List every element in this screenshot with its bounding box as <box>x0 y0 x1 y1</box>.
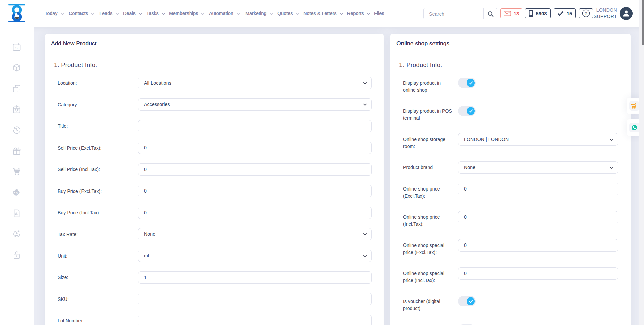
svg-text:12: 12 <box>15 46 18 50</box>
